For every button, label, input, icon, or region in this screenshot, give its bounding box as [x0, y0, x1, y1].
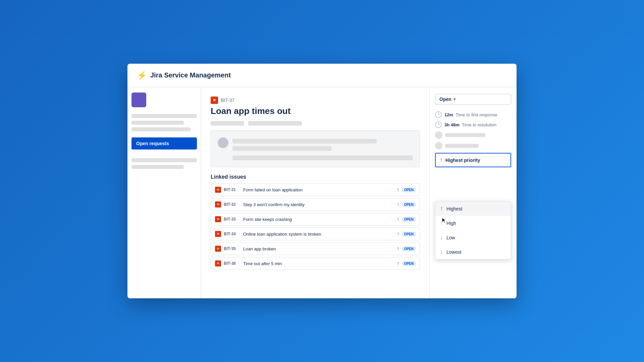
issue-type-icon: ✕: [211, 97, 218, 104]
issue-id: BIT-33: [224, 217, 240, 222]
issue-id: BIT-36: [224, 261, 240, 266]
priority-dropdown-menu: ↑ Highest ↑ High ↓ Low ↓ Lowest: [435, 201, 511, 259]
panel-skeleton-row: [435, 131, 511, 139]
priority-icon: ↑: [397, 201, 399, 207]
time-to-first-response-row: 12m Time to first response: [435, 111, 511, 118]
status-button[interactable]: Open ▾: [435, 94, 511, 105]
time-to-resolution-row: 3h 48m Time to resolution: [435, 121, 511, 128]
status-label: Open: [439, 97, 451, 102]
skeleton-bar: [211, 121, 244, 126]
sidebar-skeleton: [131, 158, 197, 162]
priority-option-lowest[interactable]: ↓ Lowest: [435, 245, 511, 259]
content-skeleton: [232, 156, 413, 160]
issue-id: BIT-35: [224, 246, 240, 251]
app-title: Jira Service Management: [150, 71, 231, 79]
issue-id: BIT-37: [221, 98, 234, 103]
priority-highest-icon: ↑: [440, 157, 443, 164]
priority-dropdown-trigger[interactable]: ↑ Highest priority: [435, 153, 511, 167]
issue-title: Form site keeps crashing: [243, 217, 394, 222]
issue-type-icon: ✕: [215, 231, 221, 237]
content-avatar: [218, 137, 228, 148]
content-skeleton: [232, 139, 377, 143]
issue-type-icon: ✕: [215, 201, 221, 207]
issue-title: Time out after 5 min: [243, 261, 394, 266]
sidebar-skeleton: [131, 121, 184, 125]
issue-type-icon: ✕: [215, 216, 221, 222]
time-label: Time to resolution: [462, 122, 496, 127]
table-row[interactable]: ✕ BIT-36 Time out after 5 min ↑ OPEN: [211, 257, 420, 270]
sidebar-skeleton-group-2: [131, 158, 197, 169]
table-row[interactable]: ✕ BIT-32 Step 3 won't confirm my identit…: [211, 198, 420, 211]
chevron-down-icon: ▾: [453, 97, 455, 102]
table-row[interactable]: ✕ BIT-31 Form failed on loan application…: [211, 183, 420, 196]
panel-avatar: [435, 131, 442, 139]
issue-type-icon: ✕: [215, 246, 221, 252]
issue-type-icon: ✕: [215, 187, 221, 193]
sidebar-item-open-requests[interactable]: Open requests: [131, 137, 197, 149]
skeleton-bar: [248, 121, 302, 126]
clock-icon: [435, 111, 442, 118]
avatar: [131, 93, 146, 107]
sidebar-skeleton-group-1: [131, 114, 197, 131]
priority-option-label: Highest: [446, 206, 462, 212]
priority-icon: ↑: [397, 260, 399, 266]
content-lines: [232, 139, 413, 160]
clock-icon: [435, 121, 442, 128]
time-value: 12m: [444, 112, 453, 117]
main-content: ✕ BIT-37 Loan app times out L: [201, 87, 429, 298]
priority-high-icon: ↑: [440, 220, 443, 227]
issue-title: Step 3 won't confirm my identity: [243, 202, 394, 207]
status-badge: OPEN: [402, 261, 416, 266]
time-to-resolution-text: 3h 48m Time to resolution: [444, 122, 496, 127]
issue-title: Loan app times out: [211, 106, 420, 116]
issue-type-icon: ✕: [215, 260, 221, 266]
issue-id-row: ✕ BIT-37: [211, 97, 420, 104]
panel-skeleton-bar: [445, 133, 485, 137]
right-panel: Open ▾ 12m Time to first response 3h 48m…: [429, 87, 517, 298]
sidebar: Open requests: [127, 87, 201, 298]
issue-id: BIT-34: [224, 232, 240, 236]
issue-title: Online loan application system is broken: [243, 232, 394, 237]
priority-option-label: High: [446, 221, 456, 226]
priority-option-low[interactable]: ↓ Low: [435, 230, 511, 245]
content-skeleton: [232, 146, 332, 151]
priority-low-icon: ↓: [440, 234, 443, 241]
status-badge: OPEN: [402, 187, 416, 192]
content-box: [211, 130, 420, 167]
panel-skeleton-row: [435, 142, 511, 149]
content-avatar-row: [218, 137, 413, 160]
app-logo-icon: ⚡: [137, 71, 147, 80]
meta-skeleton-row: [211, 121, 420, 126]
priority-icon: ↑: [397, 231, 399, 237]
issue-title: Form failed on loan application: [243, 187, 394, 192]
priority-option-high[interactable]: ↑ High: [435, 216, 511, 230]
status-badge: OPEN: [402, 232, 416, 237]
priority-icon: ↑: [397, 246, 399, 252]
issue-id: BIT-31: [224, 187, 240, 192]
main-window: ⚡ Jira Service Management Open requests …: [127, 64, 517, 298]
header: ⚡ Jira Service Management: [127, 64, 517, 87]
priority-option-label: Lowest: [446, 249, 461, 255]
body: Open requests ✕ BIT-37 Loan app times ou…: [127, 87, 517, 298]
sidebar-skeleton: [131, 127, 191, 131]
linked-issues-list: ✕ BIT-31 Form failed on loan application…: [211, 183, 420, 270]
sidebar-skeleton: [131, 114, 197, 118]
priority-trigger-label: Highest priority: [445, 158, 480, 163]
status-badge: OPEN: [402, 217, 416, 222]
priority-icon: ↑: [397, 216, 399, 222]
priority-option-label: Low: [446, 235, 455, 240]
status-badge: OPEN: [402, 246, 416, 251]
priority-lowest-icon: ↓: [440, 248, 443, 255]
issue-title: Loan app broken: [243, 246, 394, 251]
priority-option-highest[interactable]: ↑ Highest: [435, 201, 511, 216]
table-row[interactable]: ✕ BIT-33 Form site keeps crashing ↑ OPEN: [211, 213, 420, 226]
table-row[interactable]: ✕ BIT-34 Online loan application system …: [211, 228, 420, 240]
time-value: 3h 48m: [444, 122, 460, 127]
issue-id: BIT-32: [224, 202, 240, 207]
priority-highest-up-icon: ↑: [440, 205, 443, 212]
linked-issues-heading: Linked issues: [211, 174, 420, 180]
table-row[interactable]: ✕ BIT-35 Loan app broken ↑ OPEN: [211, 242, 420, 255]
status-badge: OPEN: [402, 202, 416, 207]
time-to-first-response-text: 12m Time to first response: [444, 112, 497, 117]
priority-icon: ↑: [397, 187, 399, 193]
